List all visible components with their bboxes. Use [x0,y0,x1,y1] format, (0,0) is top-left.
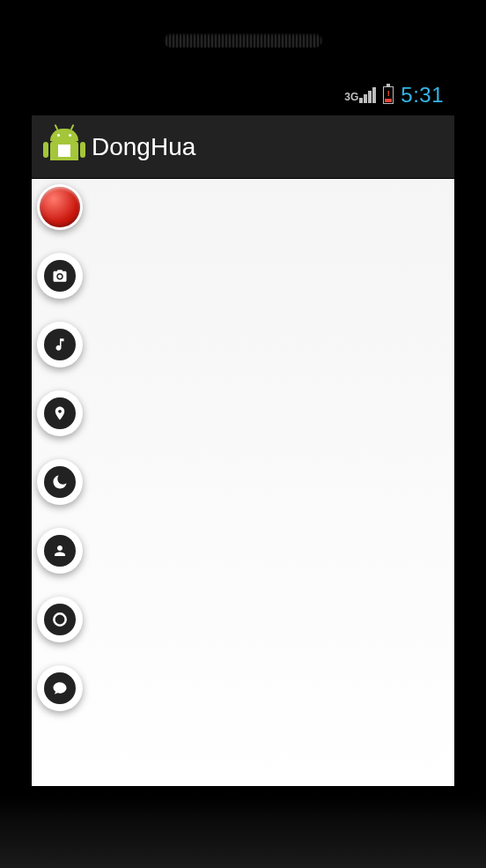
moon-icon [52,474,68,490]
svg-point-0 [54,613,65,625]
screen: 3G ! 5:31 DongHua [32,75,454,786]
circle-icon [51,611,69,628]
circle-button[interactable] [37,597,83,642]
record-icon [40,187,80,227]
signal-icon [359,87,376,103]
network-label: 3G [344,91,358,103]
status-bar: 3G ! 5:31 [32,75,454,115]
moon-button[interactable] [37,459,83,505]
action-bar: DongHua [32,115,454,179]
camera-icon [52,268,68,284]
device-bezel-bottom [0,798,486,868]
person-button[interactable] [37,528,83,574]
app-icon [46,129,83,166]
phone-speaker [164,33,322,48]
content-area [32,179,454,786]
camera-button[interactable] [37,253,83,299]
battery-icon: ! [383,86,394,104]
fab-column [37,184,449,711]
chat-button[interactable] [37,665,83,711]
app-title: DongHua [92,133,195,161]
network-indicator: 3G [344,87,376,103]
chat-icon [52,680,68,696]
music-icon [52,337,68,352]
person-icon [52,543,68,559]
record-button[interactable] [37,184,83,230]
status-clock: 5:31 [401,83,444,108]
location-button[interactable] [37,390,83,436]
device-frame: 3G ! 5:31 DongHua [0,0,486,868]
location-icon [52,405,68,421]
device-bezel-top [0,0,486,75]
music-button[interactable] [37,322,83,367]
